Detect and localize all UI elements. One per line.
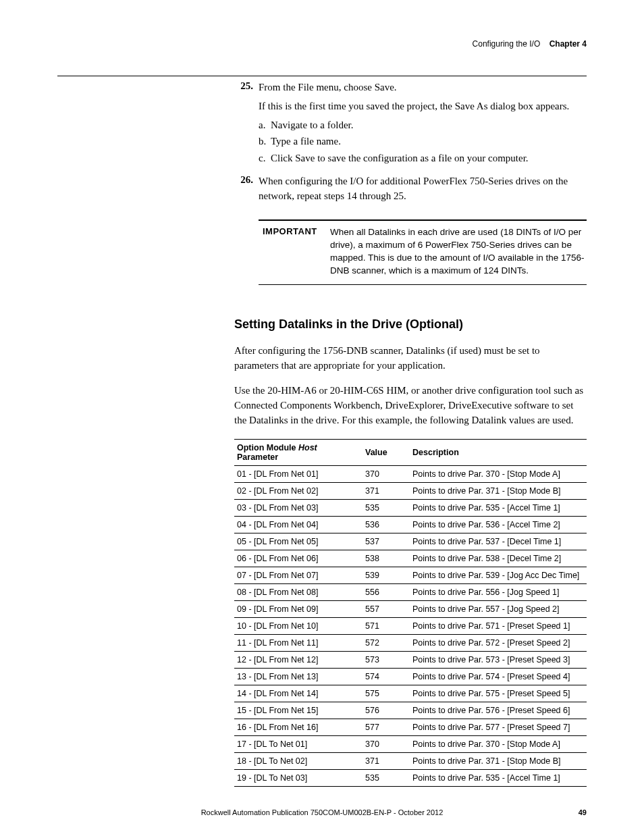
substep-text: Click Save to save the configuration as … <box>271 151 529 166</box>
substep-letter: a. <box>259 118 271 133</box>
cell-parameter: 06 - [DL From Net 06] <box>234 550 363 567</box>
cell-description: Points to drive Par. 370 - [Stop Mode A] <box>410 465 587 482</box>
col-header-parameter: Option Module Host Parameter <box>234 439 363 465</box>
step-25: 25. From the File menu, choose Save. If … <box>234 80 587 170</box>
table-header-row: Option Module Host Parameter Value Descr… <box>234 439 587 465</box>
cell-description: Points to drive Par. 556 - [Jog Speed 1] <box>410 583 587 600</box>
cell-value: 371 <box>363 482 410 499</box>
cell-value: 556 <box>363 583 410 600</box>
section-heading: Setting Datalinks in the Drive (Optional… <box>234 317 587 332</box>
datalink-table: Option Module Host Parameter Value Descr… <box>234 439 587 787</box>
table-row: 07 - [DL From Net 07]539Points to drive … <box>234 567 587 583</box>
table-row: 19 - [DL To Net 03]535Points to drive Pa… <box>234 769 587 786</box>
substep-letter: b. <box>259 134 271 149</box>
substep-text: Type a file name. <box>271 134 341 149</box>
step-number: 26. <box>234 174 259 208</box>
table-row: 14 - [DL From Net 14]575Points to drive … <box>234 685 587 702</box>
cell-parameter: 17 - [DL To Net 01] <box>234 735 363 752</box>
cell-value: 370 <box>363 465 410 482</box>
table-row: 13 - [DL From Net 13]574Points to drive … <box>234 668 587 685</box>
cell-description: Points to drive Par. 370 - [Stop Mode A] <box>410 735 587 752</box>
table-row: 11 - [DL From Net 11]572Points to drive … <box>234 634 587 651</box>
cell-parameter: 08 - [DL From Net 08] <box>234 583 363 600</box>
main-content: 25. From the File menu, choose Save. If … <box>234 80 587 787</box>
body-paragraph: After configuring the 1756-DNB scanner, … <box>234 344 587 373</box>
col-header-value: Value <box>363 439 410 465</box>
cell-parameter: 19 - [DL To Net 03] <box>234 769 363 786</box>
cell-description: Points to drive Par. 371 - [Stop Mode B] <box>410 752 587 769</box>
cell-value: 577 <box>363 719 410 735</box>
table-row: 08 - [DL From Net 08]556Points to drive … <box>234 583 587 600</box>
step-lead: When configuring the I/O for additional … <box>259 174 587 204</box>
cell-parameter: 03 - [DL From Net 03] <box>234 499 363 516</box>
step-note: If this is the first time you saved the … <box>259 99 587 114</box>
cell-value: 536 <box>363 516 410 533</box>
cell-description: Points to drive Par. 371 - [Stop Mode B] <box>410 482 587 499</box>
important-label: IMPORTANT <box>259 226 330 278</box>
cell-parameter: 13 - [DL From Net 13] <box>234 668 363 685</box>
cell-description: Points to drive Par. 574 - [Preset Speed… <box>410 668 587 685</box>
cell-parameter: 01 - [DL From Net 01] <box>234 465 363 482</box>
table-row: 01 - [DL From Net 01]370Points to drive … <box>234 465 587 482</box>
cell-value: 370 <box>363 735 410 752</box>
header-rule <box>57 76 587 76</box>
cell-description: Points to drive Par. 577 - [Preset Speed… <box>410 719 587 735</box>
important-callout: IMPORTANT When all Datalinks in each dri… <box>259 219 587 285</box>
cell-description: Points to drive Par. 573 - [Preset Speed… <box>410 651 587 668</box>
cell-value: 538 <box>363 550 410 567</box>
table-row: 09 - [DL From Net 09]557Points to drive … <box>234 600 587 617</box>
cell-description: Points to drive Par. 537 - [Decel Time 1… <box>410 533 587 550</box>
table-row: 16 - [DL From Net 16]577Points to drive … <box>234 719 587 735</box>
table-row: 12 - [DL From Net 12]573Points to drive … <box>234 651 587 668</box>
cell-description: Points to drive Par. 538 - [Decel Time 2… <box>410 550 587 567</box>
cell-value: 572 <box>363 634 410 651</box>
cell-description: Points to drive Par. 535 - [Accel Time 1… <box>410 769 587 786</box>
cell-parameter: 15 - [DL From Net 15] <box>234 702 363 719</box>
substep: b. Type a file name. <box>259 134 587 149</box>
step-26: 26. When configuring the I/O for additio… <box>234 174 587 208</box>
substep-text: Navigate to a folder. <box>271 118 353 133</box>
cell-parameter: 07 - [DL From Net 07] <box>234 567 363 583</box>
cell-value: 574 <box>363 668 410 685</box>
table-row: 02 - [DL From Net 02]371Points to drive … <box>234 482 587 499</box>
cell-description: Points to drive Par. 576 - [Preset Speed… <box>410 702 587 719</box>
table-row: 17 - [DL To Net 01]370Points to drive Pa… <box>234 735 587 752</box>
cell-description: Points to drive Par. 571 - [Preset Speed… <box>410 617 587 634</box>
cell-value: 575 <box>363 685 410 702</box>
table-row: 06 - [DL From Net 06]538Points to drive … <box>234 550 587 567</box>
col-header-description: Description <box>410 439 587 465</box>
body-paragraph: Use the 20-HIM-A6 or 20-HIM-C6S HIM, or … <box>234 384 587 427</box>
cell-value: 576 <box>363 702 410 719</box>
cell-parameter: 16 - [DL From Net 16] <box>234 719 363 735</box>
cell-value: 535 <box>363 769 410 786</box>
table-row: 15 - [DL From Net 15]576Points to drive … <box>234 702 587 719</box>
cell-description: Points to drive Par. 539 - [Jog Acc Dec … <box>410 567 587 583</box>
table-row: 05 - [DL From Net 05]537Points to drive … <box>234 533 587 550</box>
cell-parameter: 09 - [DL From Net 09] <box>234 600 363 617</box>
table-row: 18 - [DL To Net 02]371Points to drive Pa… <box>234 752 587 769</box>
important-text: When all Datalinks in each drive are use… <box>330 226 587 278</box>
header-section: Configuring the I/O <box>473 39 541 49</box>
cell-description: Points to drive Par. 572 - [Preset Speed… <box>410 634 587 651</box>
table-row: 03 - [DL From Net 03]535Points to drive … <box>234 499 587 516</box>
cell-description: Points to drive Par. 535 - [Accel Time 1… <box>410 499 587 516</box>
cell-description: Points to drive Par. 557 - [Jog Speed 2] <box>410 600 587 617</box>
cell-description: Points to drive Par. 575 - [Preset Speed… <box>410 685 587 702</box>
table-row: 10 - [DL From Net 10]571Points to drive … <box>234 617 587 634</box>
cell-value: 537 <box>363 533 410 550</box>
step-lead: From the File menu, choose Save. <box>259 80 587 95</box>
substep: a. Navigate to a folder. <box>259 118 587 133</box>
cell-parameter: 02 - [DL From Net 02] <box>234 482 363 499</box>
cell-parameter: 04 - [DL From Net 04] <box>234 516 363 533</box>
cell-value: 571 <box>363 617 410 634</box>
header-chapter: Chapter 4 <box>549 39 587 49</box>
cell-parameter: 12 - [DL From Net 12] <box>234 651 363 668</box>
cell-description: Points to drive Par. 536 - [Accel Time 2… <box>410 516 587 533</box>
cell-value: 573 <box>363 651 410 668</box>
table-row: 04 - [DL From Net 04]536Points to drive … <box>234 516 587 533</box>
cell-parameter: 14 - [DL From Net 14] <box>234 685 363 702</box>
footer-publication: Rockwell Automation Publication 750COM-U… <box>84 808 560 816</box>
cell-value: 535 <box>363 499 410 516</box>
running-header: Configuring the I/O Chapter 4 <box>57 39 587 49</box>
step-number: 25. <box>234 80 259 170</box>
